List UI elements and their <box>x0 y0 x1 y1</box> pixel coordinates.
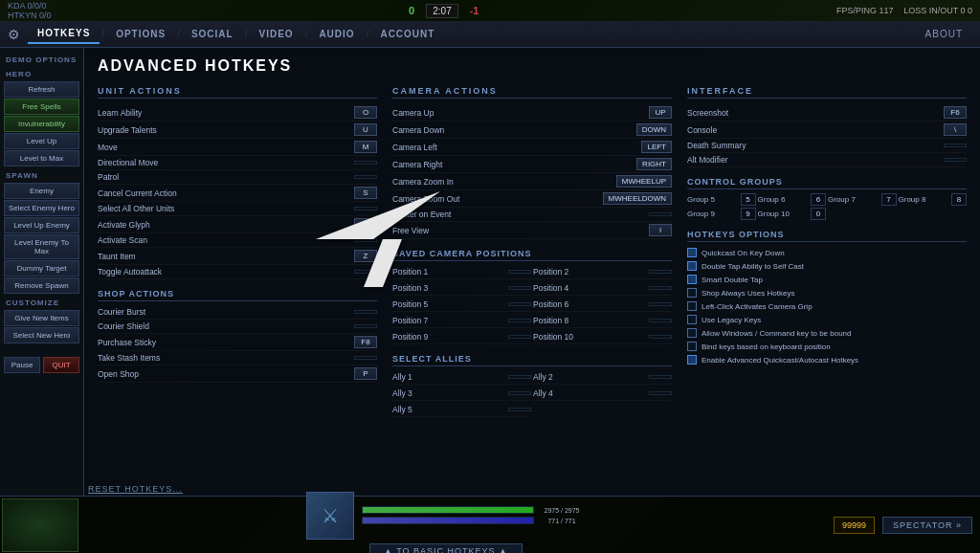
checkbox-0[interactable] <box>687 248 697 257</box>
sidebar-dummy-target-btn[interactable]: Dummy Target <box>4 260 79 276</box>
sidebar-level-up-btn[interactable]: Level Up <box>4 133 79 149</box>
camera-down-key[interactable]: DOWN <box>636 123 672 136</box>
zoom-in-key[interactable]: MWHEELUP <box>616 175 672 188</box>
sidebar-free-spells-btn[interactable]: Free Spells <box>4 99 79 115</box>
checkbox-row-2[interactable]: Smart Double Tap <box>687 273 967 286</box>
directional-move-key[interactable] <box>354 161 377 165</box>
checkbox-row-0[interactable]: Quickcast On Key Down <box>687 246 967 259</box>
cg6-key[interactable]: 6 <box>811 193 826 206</box>
ally2-key[interactable] <box>649 375 672 379</box>
cg8-key[interactable]: 8 <box>951 193 967 206</box>
console-key[interactable]: \ <box>944 123 967 136</box>
checkbox-8[interactable] <box>687 355 697 365</box>
courier-burst-key[interactable] <box>354 310 377 314</box>
sidebar-select-enemy-hero-btn[interactable]: Select Enemy Hero <box>4 200 79 216</box>
select-allies-title: SELECT ALLIES <box>392 354 672 366</box>
pos1-key[interactable] <box>508 270 531 274</box>
nav-video[interactable]: VIDEO <box>249 25 302 43</box>
checkbox-row-1[interactable]: Double Tap Ability to Self Cast <box>687 259 967 273</box>
sidebar-level-enemy-to-max-btn[interactable]: Level Enemy To Max <box>4 234 79 259</box>
checkbox-6[interactable] <box>687 328 697 338</box>
checkbox-row-7[interactable]: Bind keys based on keyboard position <box>687 340 967 353</box>
bottom-bar: ⚔ 2975 / 2975 771 / 771 ▲ TO BASIC HOTKE… <box>0 496 980 553</box>
activate-scan-key[interactable] <box>354 238 377 242</box>
learn-ability-key[interactable]: O <box>354 106 377 119</box>
checkbox-row-6[interactable]: Allow Windows / Command key to be bound <box>687 326 967 340</box>
ally3-key[interactable] <box>508 391 531 395</box>
nav-social[interactable]: SOCIAL <box>182 25 243 43</box>
camera-left-key[interactable]: LEFT <box>641 141 672 153</box>
pause-btn[interactable]: Pause <box>4 357 40 373</box>
pos3-key[interactable] <box>508 286 531 290</box>
checkbox-5[interactable] <box>687 315 697 324</box>
sidebar-select-new-hero-btn[interactable]: Select New Hero <box>4 327 79 343</box>
nav-account[interactable]: ACCOUNT <box>370 25 444 43</box>
pos10-key[interactable] <box>649 335 672 339</box>
nav-hotkeys[interactable]: HOTKEYS <box>28 24 100 44</box>
cg-group7: Group 7 7 <box>828 193 897 206</box>
cg9-key[interactable]: 9 <box>741 208 756 220</box>
cg5-key[interactable]: 5 <box>741 193 756 206</box>
alt-modifier-key[interactable] <box>944 158 967 162</box>
checkbox-1[interactable] <box>687 261 697 271</box>
ally4-label: Ally 4 <box>533 388 553 398</box>
ally1-key[interactable] <box>508 375 531 379</box>
toggle-autoattack-key[interactable] <box>354 270 377 274</box>
zoom-out-key[interactable]: MWHEELDOWN <box>603 192 672 205</box>
pos2-key[interactable] <box>649 270 672 274</box>
center-event-key[interactable] <box>649 212 672 216</box>
sidebar-give-new-items-btn[interactable]: Give New Items <box>4 310 79 326</box>
spectator-btn[interactable]: SPECTATOR » <box>882 517 972 534</box>
hotkey-death-summary: Death Summary <box>687 139 967 153</box>
cancel-action-key[interactable]: S <box>354 187 377 199</box>
death-summary-key[interactable] <box>944 144 967 147</box>
quit-btn[interactable]: QUIT <box>43 357 79 373</box>
cg7-key[interactable]: 7 <box>881 193 897 206</box>
camera-right-key[interactable]: RIGHT <box>636 158 672 170</box>
to-basic-hotkeys-btn[interactable]: ▲ TO BASIC HOTKEYS ▲ <box>369 543 523 554</box>
activate-glyph-key[interactable]: J <box>354 218 377 231</box>
ally4-key[interactable] <box>649 391 672 395</box>
ally5-key[interactable] <box>508 408 531 411</box>
camera-up-key[interactable]: UP <box>649 106 672 119</box>
sidebar-remove-spawn-btn[interactable]: Remove Spawn <box>4 277 79 294</box>
cg10-key[interactable]: 0 <box>811 208 826 220</box>
checkbox-7[interactable] <box>687 342 697 351</box>
nav-options[interactable]: OPTIONS <box>106 25 175 43</box>
checkbox-row-8[interactable]: Enable Advanced Quickcast/Autocast Hotke… <box>687 353 967 366</box>
take-stash-key[interactable] <box>354 356 377 360</box>
pos9-label: Position 9 <box>392 332 428 342</box>
upgrade-talents-key[interactable]: U <box>354 123 377 136</box>
taunt-item-key[interactable]: Z <box>354 250 377 262</box>
pos6-key[interactable] <box>649 302 672 306</box>
hp-bar-row: 2975 / 2975 <box>362 506 586 514</box>
sidebar-invulnerability-btn[interactable]: Invulnerability <box>4 116 79 132</box>
sidebar-level-up-enemy-btn[interactable]: Level Up Enemy <box>4 217 79 233</box>
patrol-key[interactable] <box>354 175 377 179</box>
screenshot-key[interactable]: F6 <box>944 106 967 119</box>
pos7-key[interactable] <box>508 319 531 322</box>
purchase-sticky-key[interactable]: F8 <box>354 336 377 348</box>
pos8-key[interactable] <box>649 319 672 322</box>
open-shop-key[interactable]: P <box>354 367 377 380</box>
nav-audio[interactable]: AUDIO <box>309 25 364 43</box>
pos5-key[interactable] <box>508 302 531 306</box>
checkbox-row-3[interactable]: Shop Always Uses Hotkeys <box>687 286 967 299</box>
hotkey-activate-scan: Activate Scan <box>98 233 377 248</box>
sidebar-level-to-max-btn[interactable]: Level to Max <box>4 150 79 166</box>
select-all-other-key[interactable] <box>354 207 377 210</box>
nav-about[interactable]: ABOUT <box>916 25 972 43</box>
free-view-key[interactable]: I <box>649 224 672 236</box>
courier-shield-key[interactable] <box>354 324 377 328</box>
sidebar-refresh-btn[interactable]: Refresh <box>4 81 79 98</box>
checkbox-row-5[interactable]: Use Legacy Keys <box>687 313 967 326</box>
checkbox-3[interactable] <box>687 288 697 298</box>
sidebar-enemy-btn[interactable]: Enemy <box>4 183 79 199</box>
checkbox-4[interactable] <box>687 301 697 311</box>
checkbox-2[interactable] <box>687 275 697 284</box>
pos9-key[interactable] <box>508 335 531 339</box>
move-key[interactable]: M <box>354 141 377 153</box>
center-event-label: Center on Event <box>392 210 451 219</box>
pos4-key[interactable] <box>649 286 672 290</box>
checkbox-row-4[interactable]: Left-Click Activates Camera Grip <box>687 299 967 313</box>
